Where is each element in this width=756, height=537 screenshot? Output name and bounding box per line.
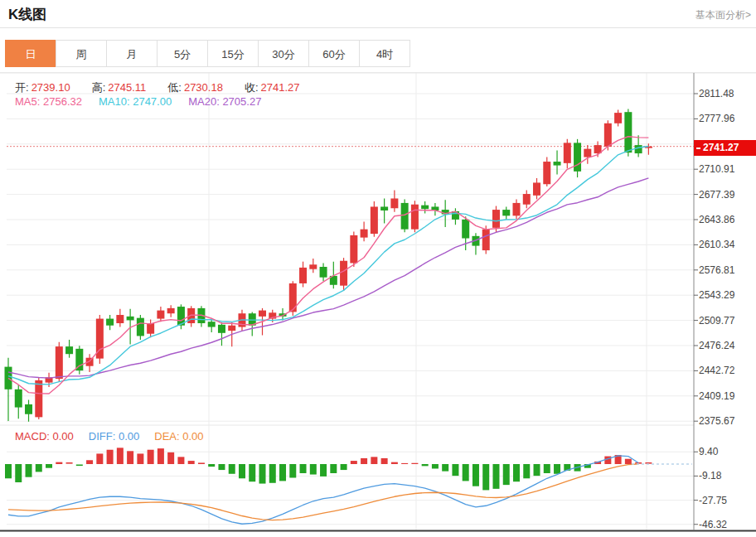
- ohlc-low: 低:2730.18: [167, 80, 223, 95]
- macd-tick-label: 9.40: [699, 446, 754, 457]
- ohlc-open: 开:2739.10: [15, 80, 70, 95]
- ma10-value: MA10: 2747.00: [99, 95, 172, 108]
- macd-readout: MACD: 0.00 DIFF: 0.00 DEA: 0.00: [15, 430, 204, 443]
- macd-tick-label: -46.32: [699, 519, 754, 530]
- price-tick-label: 2710.91: [699, 163, 754, 175]
- ohlc-readout: 开:2739.10 高:2745.11 低:2730.18 收:2741.27: [15, 80, 300, 95]
- macd-value: MACD: 0.00: [15, 430, 74, 443]
- ma5-value: MA5: 2756.32: [15, 95, 82, 108]
- price-tick-label: 2543.29: [699, 289, 754, 301]
- price-tick-label: 2409.19: [699, 390, 754, 402]
- current-price-tag: 2741.27: [694, 140, 756, 156]
- diff-value: DIFF: 0.00: [89, 430, 139, 443]
- price-tick-label: 2610.34: [699, 239, 754, 250]
- kline-widget: K线图 基本面分析> 日周月5分15分30分60分4时 开:2739.10 高:…: [0, 0, 756, 537]
- price-tick-label: 2777.96: [699, 113, 754, 124]
- macd-tick-label: -27.75: [699, 495, 754, 506]
- ohlc-close: 收:2741.27: [245, 80, 300, 95]
- ma-readout: MA5: 2756.32 MA10: 2747.00 MA20: 2705.27: [15, 95, 261, 108]
- price-tick-label: 2576.81: [699, 264, 754, 276]
- dea-value: DEA: 0.00: [154, 430, 203, 443]
- price-tick-label: 2643.86: [699, 214, 754, 225]
- price-tick-label: 2509.77: [699, 315, 754, 327]
- price-tick-label: 2442.72: [699, 365, 754, 376]
- price-tick-label: 2375.67: [699, 415, 754, 427]
- ma20-value: MA20: 2705.27: [188, 95, 261, 108]
- price-tick-label: 2811.48: [699, 88, 754, 99]
- macd-tick-label: -9.18: [699, 470, 754, 481]
- price-tick-label: 2677.39: [699, 189, 754, 201]
- price-tick-label: 2476.24: [699, 340, 754, 351]
- ohlc-high: 高:2745.11: [92, 80, 147, 95]
